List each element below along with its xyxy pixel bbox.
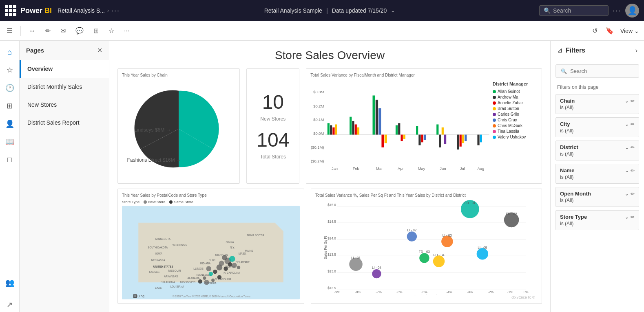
filter-name-chevron[interactable]: ⌄ xyxy=(625,168,629,174)
filter-chain-chevron[interactable]: ⌄ xyxy=(625,98,629,104)
svg-rect-30 xyxy=(442,127,444,135)
avatar[interactable]: 👤 xyxy=(625,4,639,18)
svg-text:Sales Per Sq Ft: Sales Per Sq Ft xyxy=(324,236,328,259)
svg-point-77 xyxy=(222,255,227,260)
filter-open-month-header[interactable]: Open Month ⌄ ✏ xyxy=(560,191,635,197)
bar-chart-card[interactable]: Total Sales Variance by FiscalMonth and … xyxy=(306,68,542,184)
svg-text:MASS.: MASS. xyxy=(239,252,247,255)
expand-icon[interactable]: ↗ xyxy=(2,297,17,312)
filter-open-month-clear[interactable]: ✏ xyxy=(631,191,635,197)
star-icon[interactable]: ☆ xyxy=(107,25,116,36)
filter-store-type[interactable]: Store Type ⌄ ✏ is (All) xyxy=(555,210,639,230)
legend-dot-8 xyxy=(493,136,496,139)
pages-close-button[interactable]: ✕ xyxy=(97,46,102,54)
svg-rect-25 xyxy=(419,135,421,145)
pencil-icon[interactable]: ✏ xyxy=(44,25,52,36)
pages-title: Pages xyxy=(26,47,44,54)
home-icon[interactable]: ⌂ xyxy=(2,45,17,59)
filter-chain[interactable]: Chain ⌄ ✏ is (All) xyxy=(555,94,639,114)
filter-store-type-chevron[interactable]: ⌄ xyxy=(625,214,629,220)
waffle-menu[interactable] xyxy=(5,5,16,16)
page-overview[interactable]: Overview xyxy=(20,60,109,78)
svg-text:LI - 03: LI - 03 xyxy=(443,234,452,237)
filter-city[interactable]: City ⌄ ✏ is (All) xyxy=(555,117,639,137)
search-input[interactable] xyxy=(553,7,602,14)
map-container[interactable]: MINNESOTA SOUTH DAKOTA WISCONSIN IOWA NE… xyxy=(122,206,300,299)
apps-icon[interactable]: ⊞ xyxy=(2,99,17,113)
view-button[interactable]: View ⌄ xyxy=(620,28,639,34)
svg-text:$13.5: $13.5 xyxy=(328,253,336,257)
pages-panel: Pages ✕ Overview District Monthly Sales … xyxy=(20,41,109,312)
filters-expand-icon[interactable]: › xyxy=(635,47,637,54)
svg-text:LOUISIANA: LOUISIANA xyxy=(170,285,184,288)
kpi-new-stores-number: 10 xyxy=(262,92,284,112)
svg-point-88 xyxy=(203,277,206,280)
filter-chain-actions: ⌄ ✏ xyxy=(625,98,635,104)
breadcrumb-more[interactable]: ··· xyxy=(111,7,120,15)
filter-chain-clear[interactable]: ✏ xyxy=(631,98,635,104)
filter-city-clear[interactable]: ✏ xyxy=(631,121,635,127)
page-district-monthly[interactable]: District Monthly Sales xyxy=(20,78,109,96)
center-separator: | xyxy=(326,7,328,14)
filter-district[interactable]: District ⌄ ✏ is (All) xyxy=(555,141,639,160)
svg-text:$13.0: $13.0 xyxy=(328,270,336,273)
svg-rect-21 xyxy=(398,123,400,134)
legend-item-1: Andrew Ma xyxy=(493,95,538,99)
filter-district-clear[interactable]: ✏ xyxy=(631,145,635,150)
page-district-sales[interactable]: District Sales Report xyxy=(20,114,109,132)
share-icon[interactable]: ⊞ xyxy=(92,25,100,36)
svg-rect-26 xyxy=(421,135,423,143)
recent-icon[interactable]: 🕐 xyxy=(2,81,17,95)
filter-city-header[interactable]: City ⌄ ✏ xyxy=(560,121,635,127)
hamburger-icon[interactable]: ☰ xyxy=(5,25,14,36)
chat-icon[interactable]: 💬 xyxy=(74,25,85,36)
filter-name-clear[interactable]: ✏ xyxy=(631,168,635,174)
bubble-chart-title: Total Sales Variance %, Sales Per Sq Ft … xyxy=(315,193,538,198)
svg-text:MISSOURI: MISSOURI xyxy=(168,269,181,272)
svg-rect-7 xyxy=(328,123,330,134)
filter-open-month-value: is (All) xyxy=(560,198,635,203)
filter-funnel-icon: ⊿ xyxy=(557,46,562,54)
legend-label-6: Chris McGurk xyxy=(498,123,522,128)
breadcrumb-name[interactable]: Retail Analysis S... xyxy=(58,7,105,14)
bubble-chart-card[interactable]: Total Sales Variance %, Sales Per Sq Ft … xyxy=(311,189,542,304)
svg-text:Apr: Apr xyxy=(398,166,404,171)
filter-store-type-clear[interactable]: ✏ xyxy=(631,214,635,220)
topbar-more-button[interactable]: ··· xyxy=(613,7,621,15)
svg-text:NEBRASKA: NEBRASKA xyxy=(151,259,166,261)
filters-search-input[interactable] xyxy=(570,68,634,74)
filter-name-header[interactable]: Name ⌄ ✏ xyxy=(560,167,635,174)
filter-city-chevron[interactable]: ⌄ xyxy=(625,121,629,127)
filter-name[interactable]: Name ⌄ ✏ is (All) xyxy=(555,164,639,184)
back-icon[interactable]: ↔ xyxy=(27,26,37,36)
map-card[interactable]: This Year Sales by PostalCode and Store … xyxy=(117,189,304,304)
filter-city-actions: ⌄ ✏ xyxy=(625,121,635,127)
pie-chart-card[interactable]: This Year Sales by Chain Lindseys $6M → … xyxy=(117,68,240,184)
people-icon[interactable]: 👤 xyxy=(2,116,17,131)
filter-city-value: is (All) xyxy=(560,128,635,134)
bookmark-icon[interactable]: 🔖 xyxy=(604,25,615,36)
svg-text:$14.0: $14.0 xyxy=(328,237,336,240)
favorites-icon[interactable]: ☆ xyxy=(2,63,17,77)
filter-open-month-chevron[interactable]: ⌄ xyxy=(625,191,629,197)
data-updated-chevron[interactable]: ⌄ xyxy=(391,8,395,13)
admin-icon[interactable]: 👥 xyxy=(2,275,17,290)
page-new-stores[interactable]: New Stores xyxy=(20,96,109,114)
learn-icon[interactable]: 📖 xyxy=(2,134,17,149)
filter-district-header[interactable]: District ⌄ ✏ xyxy=(560,144,635,150)
mail-icon[interactable]: ✉ xyxy=(59,25,67,36)
svg-text:$15.0: $15.0 xyxy=(328,203,336,207)
filter-open-month[interactable]: Open Month ⌄ ✏ is (All) xyxy=(555,187,639,207)
filter-district-chevron[interactable]: ⌄ xyxy=(625,145,629,150)
workspaces-icon[interactable]: □ xyxy=(2,152,17,167)
topbar-search-box[interactable]: 🔍 xyxy=(539,5,609,16)
more-icon[interactable]: ··· xyxy=(122,26,131,36)
undo-icon[interactable]: ↺ xyxy=(591,25,599,36)
filter-chain-header[interactable]: Chain ⌄ ✏ xyxy=(560,98,635,104)
filters-search-box[interactable]: 🔍 xyxy=(555,64,639,78)
center-data-updated: Data updated 7/15/20 xyxy=(332,7,387,14)
filter-store-type-header[interactable]: Store Type ⌄ ✏ xyxy=(560,214,635,220)
svg-text:($0.2M): ($0.2M) xyxy=(311,159,324,163)
svg-point-89 xyxy=(198,279,202,283)
svg-text:OKLAHOMA: OKLAHOMA xyxy=(161,281,175,283)
